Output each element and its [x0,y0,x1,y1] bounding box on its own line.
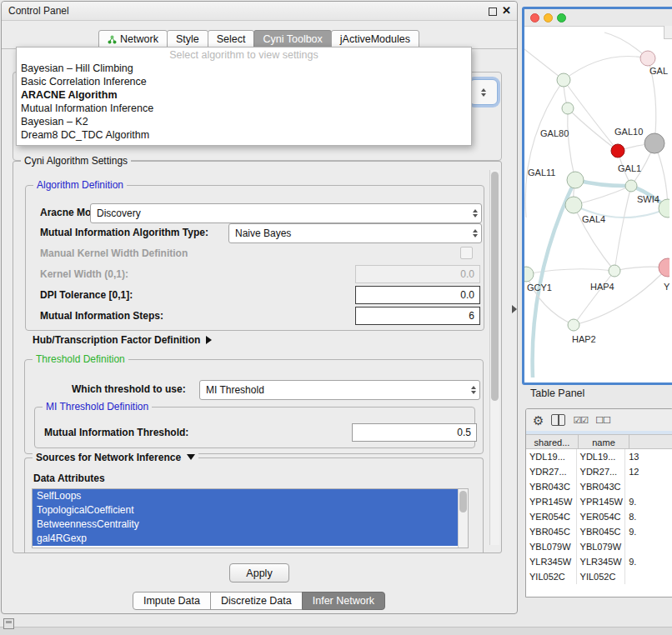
column-header[interactable]: shared... [525,434,579,449]
table-row[interactable]: YIL052CYIL052C [526,569,672,584]
mi-threshold-value: 0.5 [457,427,471,438]
network-node[interactable] [567,172,584,188]
network-edge [524,49,564,80]
bottom-tab-impute-data[interactable]: Impute Data [133,592,211,610]
tab-network[interactable]: Network [98,30,168,48]
list-scrollbar-thumb[interactable] [459,491,467,512]
kernel-width-field[interactable]: 0.0 [355,265,480,283]
data-attribute-item[interactable]: SelfLoops [33,489,459,503]
network-node[interactable] [611,144,624,158]
manual-kernel-width-checkbox[interactable] [460,247,473,259]
column-header[interactable] [629,434,672,449]
table-cell: 13 [625,449,672,464]
network-node[interactable] [625,180,637,192]
table-cell: YDL19... [526,449,577,464]
settings-scrollbar[interactable] [489,170,499,545]
float-window-icon[interactable] [489,8,497,16]
hub-section-toggle[interactable]: Hub/Transcription Factor Definition [33,334,212,346]
mi-steps-field[interactable]: 6 [355,307,480,325]
network-node[interactable] [562,102,574,114]
collapsed-arrow-icon [206,336,212,344]
network-node-label: SWI4 [637,194,659,204]
table-cell: YBR043C [577,479,626,494]
deselect-all-columns-icon[interactable]: ☐☐ [595,415,610,426]
close-traffic-light-icon[interactable] [530,13,539,22]
network-edge [525,80,564,218]
table-row[interactable]: YDL19...YDL19...13 [526,449,672,464]
network-node-label: GCY1 [527,282,552,292]
data-attribute-item[interactable]: TopologicalCoefficient [33,503,459,518]
column-header[interactable]: name [578,434,629,449]
algorithm-option[interactable]: Basic Correlation Inference [17,75,471,88]
table-row[interactable]: YBR043CYBR043C [526,479,672,494]
algorithm-option[interactable]: Mutual Information Inference [17,102,471,115]
tab-style[interactable]: Style [167,30,208,48]
aracne-mode-combo[interactable]: Discovery [90,203,482,223]
table-cell: YBR045C [526,524,577,539]
mi-algorithm-type-label: Mutual Information Algorithm Type: [40,227,208,238]
tab-cyni-toolbox[interactable]: Cyni Toolbox [253,30,331,48]
combo-stepper-icon [473,204,478,222]
table-cell: YBR045C [577,524,626,539]
table-row[interactable]: YBR045CYBR045C9. [526,524,672,539]
settings-group-title: Cyni Algorithm Settings [21,155,131,167]
data-attribute-item[interactable]: BetweennessCentrality [33,518,459,532]
table-cell: YER054C [577,509,626,524]
network-node[interactable] [640,51,655,66]
network-node-label: GAL [649,66,668,76]
data-attributes-list[interactable]: SelfLoopsTopologicalCoefficientBetweenne… [32,488,469,548]
expanded-arrow-icon [187,454,195,460]
algorithm-option[interactable]: Bayesian – K2 [17,115,471,128]
table-row[interactable]: YBL079WYBL079W [526,539,672,554]
tab-jactivemodules[interactable]: jActiveModules [331,30,419,48]
gear-icon[interactable]: ⚙ [533,414,544,427]
data-attribute-item[interactable]: gal4RGexp [33,532,459,546]
network-scrollbar-stub[interactable] [664,26,672,39]
network-node[interactable] [565,197,582,213]
table-row[interactable]: YDR27...YDR27...12 [526,464,672,479]
which-threshold-combo[interactable]: MI Threshold [199,380,480,400]
zoom-traffic-light-icon[interactable] [557,13,566,22]
network-canvas[interactable]: GALGAL80GAL10GAL11GAL1SWI4GAL4HAP4GCY1YH… [524,26,669,378]
network-node[interactable] [659,258,669,277]
close-icon[interactable]: ✕ [502,4,511,17]
table-header-row: shared... name [526,434,672,449]
settings-scrollbar-thumb[interactable] [491,172,499,401]
network-window-titlebar[interactable] [524,9,672,27]
apply-button[interactable]: Apply [229,563,289,582]
dpi-tolerance-field[interactable]: 0.0 [355,286,480,304]
algorithm-combo-stepper[interactable] [469,79,498,105]
mi-threshold-field[interactable]: 0.5 [352,423,477,442]
tab-select[interactable]: Select [208,30,255,48]
network-node[interactable] [524,267,534,282]
table-cell: YIL052C [526,569,577,584]
network-node-label: GAL10 [614,127,643,137]
network-node[interactable] [644,133,664,153]
table-row[interactable]: YPR145WYPR145W9. [526,494,672,509]
minimize-traffic-light-icon[interactable] [544,13,553,22]
sources-group-toggle[interactable]: Sources for Network Inference [33,452,198,463]
select-all-columns-icon[interactable]: ☑☑ [573,415,588,426]
table-panel-title: Table Panel [530,388,584,399]
bottom-tab-discretize-data[interactable]: Discretize Data [210,592,303,610]
list-scrollbar[interactable] [458,489,468,548]
algorithm-option[interactable]: Bayesian – Hill Climbing [17,62,471,75]
algorithm-option[interactable]: Dream8 DC_TDC Algorithm [17,128,471,142]
network-edge [526,269,614,274]
panel-divider-arrow-icon[interactable] [512,305,517,313]
network-node-label: Y [664,282,669,292]
table-row[interactable]: YER054CYER054C8. [526,509,672,524]
table-row[interactable]: YLR345WYLR345W9. [526,554,672,569]
control-panel-titlebar[interactable]: Control Panel ✕ [2,2,517,21]
mi-algorithm-type-combo[interactable]: Naive Bayes [228,223,482,243]
network-view-window[interactable]: GALGAL80GAL10GAL11GAL1SWI4GAL4HAP4GCY1YH… [522,7,672,385]
columns-icon[interactable] [551,414,565,426]
network-node[interactable] [609,265,620,277]
minimized-panel-icon[interactable] [3,618,14,629]
algorithm-option[interactable]: ARACNE Algorithm [17,88,471,102]
network-node[interactable] [568,319,579,331]
bottom-tab-infer-network[interactable]: Infer Network [302,592,385,610]
network-node[interactable] [557,73,570,87]
table-cell [625,539,672,554]
threshold-definition-group: Threshold Definition Which threshold to … [24,359,484,454]
